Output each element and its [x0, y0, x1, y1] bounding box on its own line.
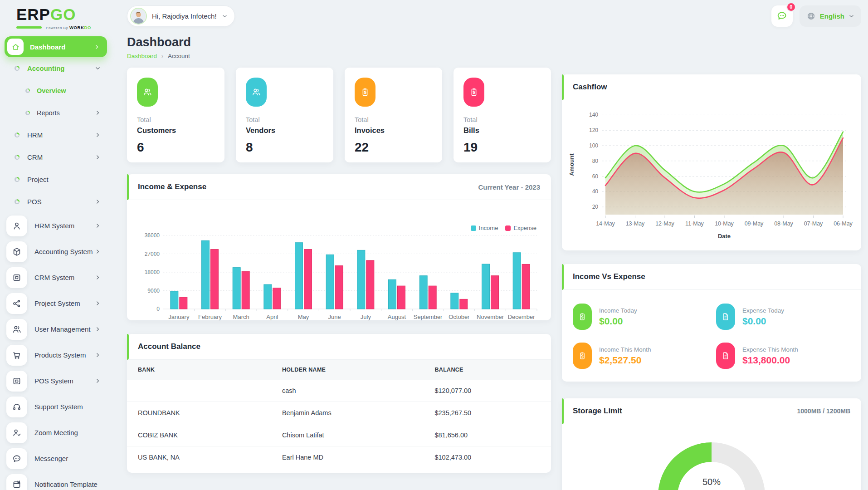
chevron-right-icon [95, 274, 101, 280]
bar-income-may[interactable] [295, 243, 303, 309]
sidebar-item-crm-system[interactable]: CRM System [0, 265, 112, 290]
table-cell-balance: $81,656.00 [424, 424, 551, 446]
svg-text:18000: 18000 [145, 269, 160, 275]
language-label: English [820, 12, 844, 20]
table-cell-balance: $235,267.50 [424, 402, 551, 424]
sidebar-item-hrm[interactable]: HRM [0, 124, 112, 146]
svg-text:09-May: 09-May [745, 220, 764, 227]
appwindow-icon [6, 371, 27, 392]
svg-text:12-May: 12-May [655, 220, 674, 227]
income-expense-title: Income & Expense [138, 182, 206, 191]
bar-expense-november[interactable] [491, 276, 499, 309]
logo-tagline: Powered By WORKDO [16, 25, 112, 30]
bar-expense-july[interactable] [366, 260, 374, 309]
sidebar-item-project[interactable]: Project [0, 168, 112, 191]
language-selector[interactable]: English [800, 5, 861, 27]
svg-text:May: May [298, 314, 309, 320]
users-icon [246, 78, 267, 107]
sidebar-item-label: Accounting [27, 64, 65, 72]
account-balance-card-header: Account Balance [127, 334, 551, 360]
ive-item-expense-this-month: Expense This Month$13,800.00 [716, 343, 850, 369]
bar-expense-december[interactable] [522, 264, 530, 309]
bar-expense-february[interactable] [211, 250, 219, 309]
bar-expense-june[interactable] [335, 266, 343, 309]
svg-text:March: March [233, 314, 249, 320]
sidebar-item-zoom-meeting[interactable]: Zoom Meeting [0, 420, 112, 446]
svg-text:Date: Date [718, 233, 731, 240]
sidebar-item-messenger[interactable]: Messenger [0, 446, 112, 471]
stat-value: 8 [246, 140, 323, 155]
breadcrumb-dashboard-link[interactable]: Dashboard [127, 53, 157, 59]
svg-text:27000: 27000 [145, 251, 160, 257]
income-vs-expense-card-header: Income Vs Expense [562, 264, 861, 290]
bar-income-august[interactable] [389, 279, 396, 309]
bar-income-february[interactable] [202, 240, 210, 309]
bar-income-march[interactable] [233, 268, 240, 309]
notifications-button[interactable]: 0 [771, 5, 793, 27]
sidebar-item-overview[interactable]: Overview [0, 79, 112, 102]
bar-income-june[interactable] [326, 255, 334, 309]
sidebar-item-dashboard[interactable]: Dashboard [5, 36, 107, 57]
svg-text:10-May: 10-May [715, 220, 734, 227]
ive-value: $0.00 [599, 316, 637, 327]
bar-income-october[interactable] [451, 293, 458, 309]
sidebar-item-pos-system[interactable]: POS System [0, 368, 112, 394]
user-menu-button[interactable]: Hi, Rajodiya Infotech! [127, 5, 235, 27]
svg-text:Amount: Amount [568, 153, 575, 176]
sidebar-item-accounting[interactable]: Accounting [0, 57, 112, 79]
legend-item-expense[interactable]: Expense [505, 225, 536, 231]
legend-swatch [471, 225, 476, 231]
sidebar-item-accounting-system[interactable]: Accounting System [0, 239, 112, 265]
template-icon [6, 474, 27, 490]
bar-income-january[interactable] [171, 291, 178, 309]
sidebar-item-project-system[interactable]: Project System [0, 290, 112, 316]
sidebar-item-reports[interactable]: Reports [0, 102, 112, 124]
chevron-right-icon [95, 249, 101, 255]
chevron-right-icon [95, 110, 101, 116]
bar-expense-april[interactable] [273, 288, 281, 309]
bullet-ring-icon [15, 199, 20, 204]
topbar: Hi, Rajodiya Infotech! 0 English [127, 0, 861, 32]
bar-expense-october[interactable] [460, 299, 468, 309]
sidebar-item-hrm-system[interactable]: HRM System [0, 213, 112, 239]
bar-income-july[interactable] [357, 250, 365, 309]
legend-item-income[interactable]: Income [471, 225, 498, 231]
bar-expense-september[interactable] [429, 286, 436, 309]
sidebar-item-pos[interactable]: POS [0, 191, 112, 213]
sidebar-item-user-management[interactable]: User Management [0, 316, 112, 342]
users-icon [137, 78, 158, 107]
ive-item-expense-today: Expense Today$0.00 [716, 304, 850, 330]
filedoc-icon [716, 304, 735, 330]
bar-income-november[interactable] [482, 264, 490, 309]
bar-expense-august[interactable] [398, 286, 405, 309]
svg-text:120: 120 [589, 127, 598, 133]
bar-income-september[interactable] [419, 276, 427, 309]
bar-income-april[interactable] [264, 284, 272, 309]
bar-expense-january[interactable] [180, 297, 187, 309]
user-greeting: Hi, Rajodiya Infotech! [152, 12, 217, 20]
table-cell-bank [127, 380, 271, 402]
app-logo[interactable]: ERPGO Powered By WORKDO [0, 5, 112, 30]
bar-income-december[interactable] [513, 253, 521, 309]
account-balance-card: Account Balance BANKHOLDER NAMEBALANCE c… [127, 334, 551, 473]
chat-icon [6, 448, 27, 469]
sidebar-item-crm[interactable]: CRM [0, 146, 112, 168]
sidebar-item-label: Messenger [34, 455, 68, 462]
chart-legend: IncomeExpense [471, 225, 536, 231]
sidebar-item-notification-template[interactable]: Notification Template [0, 471, 112, 490]
stat-card-customers: TotalCustomers6 [127, 68, 224, 162]
sidebar-item-label: POS [27, 198, 42, 206]
bar-expense-may[interactable] [304, 250, 312, 309]
chevron-right-icon [95, 326, 101, 332]
svg-text:80: 80 [592, 158, 599, 164]
bar-expense-march[interactable] [242, 271, 249, 309]
sidebar-item-products-system[interactable]: Products System [0, 342, 112, 368]
bullet-ring-icon [15, 132, 20, 137]
chevron-down-icon [848, 13, 854, 19]
svg-text:January: January [168, 314, 190, 320]
legend-label: Expense [513, 225, 536, 231]
svg-text:July: July [361, 314, 371, 320]
sidebar-item-support-system[interactable]: Support System [0, 394, 112, 420]
sidebar-item-label: Zoom Meeting [34, 429, 78, 436]
svg-text:June: June [328, 314, 341, 320]
